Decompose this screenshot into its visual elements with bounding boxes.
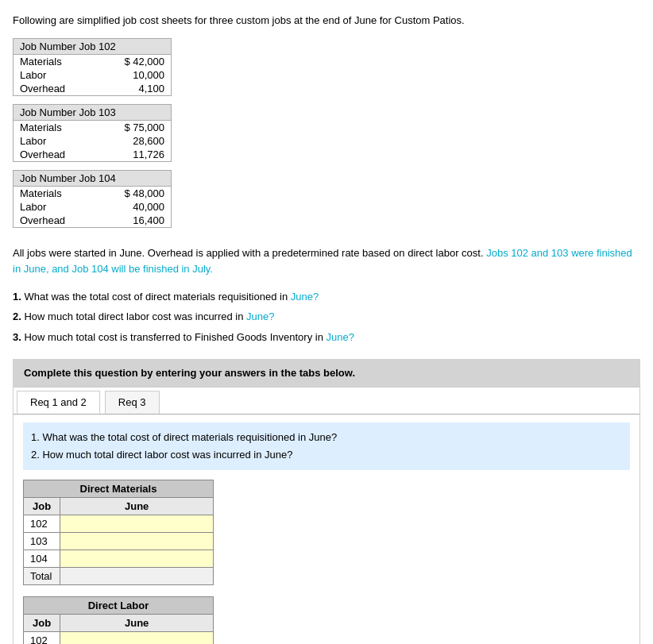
complete-box: Complete this question by entering your … bbox=[13, 359, 640, 387]
col-job-header: Job bbox=[24, 498, 60, 515]
job-103-materials-input[interactable] bbox=[60, 533, 214, 550]
materials-value: $ 75,000 bbox=[96, 121, 171, 134]
tab-bar: Req 1 and 2 Req 3 bbox=[14, 388, 639, 415]
col-june-header: June bbox=[60, 498, 214, 515]
tabs-container: Req 1 and 2 Req 3 1. What was the total … bbox=[13, 387, 640, 644]
direct-labor-header: Direct Labor bbox=[24, 597, 214, 615]
table-row: Overhead 16,400 bbox=[14, 214, 171, 227]
table-row: 103 bbox=[24, 533, 214, 550]
materials-value: $ 48,000 bbox=[96, 187, 171, 200]
direct-labor-table: Direct Labor Job June 102 103 104 bbox=[23, 596, 214, 644]
labor-label: Labor bbox=[14, 134, 96, 148]
job-104-sheet: Job Number Job 104 Materials $ 48,000 La… bbox=[13, 170, 172, 228]
section-header-row: Direct Materials bbox=[24, 480, 214, 498]
job-102-label: 102 bbox=[24, 515, 60, 533]
direct-materials-table: Direct Materials Job June 102 103 104 bbox=[23, 480, 214, 585]
overhead-value: 11,726 bbox=[96, 148, 171, 161]
labor-label: Labor bbox=[14, 200, 96, 214]
overhead-label: Overhead bbox=[14, 214, 96, 227]
job-104-label: 104 bbox=[24, 550, 60, 568]
table-row: 102 bbox=[24, 632, 214, 644]
table-row: Labor 28,600 bbox=[14, 134, 171, 148]
overhead-label: Overhead bbox=[14, 148, 96, 161]
materials-label: Materials bbox=[14, 55, 96, 68]
job-103-sheet: Job Number Job 103 Materials $ 75,000 La… bbox=[13, 104, 172, 162]
table-row: Labor 10,000 bbox=[14, 68, 171, 82]
job-cost-sheets-container: Job Number Job 102 Materials $ 42,000 La… bbox=[13, 38, 640, 236]
col-june-header: June bbox=[60, 615, 214, 632]
overhead-label: Overhead bbox=[14, 82, 96, 95]
total-row: Total bbox=[24, 568, 214, 585]
total-materials-input[interactable] bbox=[60, 568, 214, 585]
tab-instruction-1: 1. What was the total cost of direct mat… bbox=[31, 429, 622, 446]
job-102-sheet: Job Number Job 102 Materials $ 42,000 La… bbox=[13, 38, 172, 96]
question-1: 1. What was the total cost of direct mat… bbox=[13, 287, 640, 306]
job-103-label: 103 bbox=[24, 533, 60, 550]
materials-value: $ 42,000 bbox=[96, 55, 171, 68]
overhead-value: 4,100 bbox=[96, 82, 171, 95]
table-row: Labor 40,000 bbox=[14, 200, 171, 214]
direct-materials-section: Direct Materials Job June 102 103 104 bbox=[23, 480, 630, 585]
questions-section: 1. What was the total cost of direct mat… bbox=[13, 287, 640, 346]
tab-instructions: 1. What was the total cost of direct mat… bbox=[23, 422, 630, 470]
question-3: 3. How much total cost is transferred to… bbox=[13, 328, 640, 346]
column-header-row: Job June bbox=[24, 615, 214, 632]
table-row: Overhead 11,726 bbox=[14, 148, 171, 161]
labor-label: Labor bbox=[14, 68, 96, 82]
job-102-labor-input[interactable] bbox=[60, 632, 214, 644]
labor-value: 10,000 bbox=[96, 68, 171, 82]
job-102-materials-input[interactable] bbox=[60, 515, 214, 533]
paragraph-text: All jobs were started in June. Overhead … bbox=[13, 245, 640, 279]
question-2: 2. How much total direct labor cost was … bbox=[13, 307, 640, 326]
tab-content-req1and2: 1. What was the total cost of direct mat… bbox=[14, 415, 639, 644]
job-104-header: Job Number Job 104 bbox=[14, 171, 171, 187]
table-row: Materials $ 75,000 bbox=[14, 121, 171, 134]
tab-instruction-2: 2. How much total direct labor cost was … bbox=[31, 446, 622, 464]
intro-text: Following are simplified job cost sheets… bbox=[13, 13, 640, 29]
materials-label: Materials bbox=[14, 121, 96, 134]
table-row: Materials $ 42,000 bbox=[14, 55, 171, 68]
labor-value: 28,600 bbox=[96, 134, 171, 148]
overhead-value: 16,400 bbox=[96, 214, 171, 227]
direct-materials-header: Direct Materials bbox=[24, 480, 214, 498]
col-job-header: Job bbox=[24, 615, 60, 632]
tab-req3[interactable]: Req 3 bbox=[105, 391, 160, 414]
job-102-header: Job Number Job 102 bbox=[14, 39, 171, 55]
job-104-materials-input[interactable] bbox=[60, 550, 214, 568]
job-102-label: 102 bbox=[24, 632, 60, 644]
table-row: 104 bbox=[24, 550, 214, 568]
table-row: 102 bbox=[24, 515, 214, 533]
table-row: Overhead 4,100 bbox=[14, 82, 171, 95]
materials-label: Materials bbox=[14, 187, 96, 200]
section-header-row: Direct Labor bbox=[24, 597, 214, 615]
tab-req1and2[interactable]: Req 1 and 2 bbox=[17, 391, 100, 414]
table-row: Materials $ 48,000 bbox=[14, 187, 171, 200]
column-header-row: Job June bbox=[24, 498, 214, 515]
direct-labor-section: Direct Labor Job June 102 103 104 bbox=[23, 596, 630, 644]
labor-value: 40,000 bbox=[96, 200, 171, 214]
job-103-header: Job Number Job 103 bbox=[14, 105, 171, 121]
total-label: Total bbox=[24, 568, 60, 585]
